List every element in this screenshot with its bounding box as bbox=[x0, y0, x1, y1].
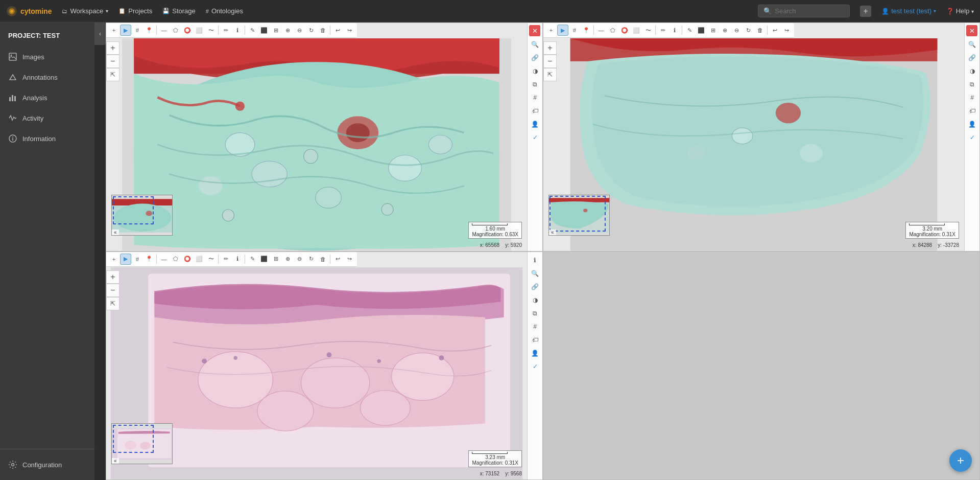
sp-link-1[interactable]: 🔗 bbox=[529, 52, 541, 64]
orient-2[interactable]: ⇱ bbox=[543, 68, 557, 81]
close-viewer-1[interactable]: ✕ bbox=[529, 25, 540, 36]
minimap-toggle-2[interactable]: « bbox=[549, 230, 556, 235]
tb-info-3[interactable]: ℹ bbox=[232, 254, 243, 265]
tb-rect-1[interactable]: ⬜ bbox=[194, 25, 205, 36]
tb-hash-1[interactable]: # bbox=[132, 25, 143, 36]
tb-trash-3[interactable]: 🗑 bbox=[317, 254, 328, 265]
tb-addpt-2[interactable]: ⊕ bbox=[719, 25, 730, 36]
tb-rotate-2[interactable]: ↻ bbox=[743, 25, 754, 36]
sp-user-2[interactable]: 👤 bbox=[966, 118, 978, 130]
tb-trash-1[interactable]: 🗑 bbox=[317, 25, 328, 36]
sidebar-toggle[interactable]: ‹ bbox=[94, 22, 106, 45]
tb-multi-3[interactable]: ⊞ bbox=[270, 254, 281, 265]
tb-select-1[interactable]: ▶ bbox=[120, 25, 131, 36]
tb-pencil-1[interactable]: ✎ bbox=[247, 25, 258, 36]
sp-search-1[interactable]: 🔍 bbox=[529, 38, 541, 51]
sp-user-1[interactable]: 👤 bbox=[529, 118, 541, 130]
plus-button[interactable]: + bbox=[860, 6, 871, 17]
zoom-out-3[interactable]: − bbox=[106, 284, 119, 297]
tb-select-3[interactable]: ▶ bbox=[120, 254, 131, 265]
tb-edit-1[interactable]: ✏ bbox=[220, 25, 231, 36]
zoom-out-2[interactable]: − bbox=[543, 55, 557, 68]
tb-free-2[interactable]: 〜 bbox=[642, 25, 654, 36]
sidebar-item-information[interactable]: Information bbox=[0, 128, 94, 149]
tb-polygon-1[interactable]: ⬠ bbox=[170, 25, 181, 36]
tb-rotate-3[interactable]: ↻ bbox=[305, 254, 317, 265]
tb-multi-1[interactable]: ⊞ bbox=[270, 25, 281, 36]
tb-free-1[interactable]: 〜 bbox=[205, 25, 217, 36]
sp-contrast-2[interactable]: ◑ bbox=[966, 65, 978, 77]
tb-minus-1[interactable]: — bbox=[158, 25, 170, 36]
nav-ontologies[interactable]: # Ontologies bbox=[206, 7, 243, 15]
tb-undo-1[interactable]: ↩ bbox=[332, 25, 343, 36]
tb-info-1[interactable]: ℹ bbox=[232, 25, 243, 36]
tb-plus-2[interactable]: + bbox=[545, 25, 557, 36]
tb-edit-3[interactable]: ✏ bbox=[220, 254, 231, 265]
orient-3[interactable]: ⇱ bbox=[106, 297, 119, 310]
sp-hash-3[interactable]: # bbox=[529, 321, 541, 333]
sp-search-2[interactable]: 🔍 bbox=[966, 38, 978, 51]
tb-hash-3[interactable]: # bbox=[132, 254, 143, 265]
tb-point-2[interactable]: 📍 bbox=[581, 25, 592, 36]
nav-workspace[interactable]: 🗂 Workspace ▾ bbox=[62, 7, 108, 15]
tb-fill-2[interactable]: ⬛ bbox=[696, 25, 707, 36]
tb-plus-3[interactable]: + bbox=[108, 254, 119, 265]
zoom-out-1[interactable]: − bbox=[106, 55, 119, 68]
sidebar-item-configuration[interactable]: Configuration bbox=[0, 454, 94, 475]
sp-tag-3[interactable]: 🏷 bbox=[529, 334, 541, 346]
sp-tag-1[interactable]: 🏷 bbox=[529, 105, 541, 117]
sp-search-3[interactable]: 🔍 bbox=[529, 267, 541, 280]
sp-info-3[interactable]: ℹ bbox=[529, 254, 541, 266]
sp-link-3[interactable]: 🔗 bbox=[529, 281, 541, 293]
tb-rmpt-2[interactable]: ⊖ bbox=[731, 25, 742, 36]
close-viewer-2[interactable]: ✕ bbox=[966, 25, 977, 36]
tb-polygon-2[interactable]: ⬠ bbox=[607, 25, 618, 36]
tb-undo-3[interactable]: ↩ bbox=[332, 254, 343, 265]
tb-hash-2[interactable]: # bbox=[569, 25, 580, 36]
sp-check-3[interactable]: ✓ bbox=[529, 360, 541, 373]
tb-redo-2[interactable]: ↪ bbox=[781, 25, 792, 36]
sp-tag-2[interactable]: 🏷 bbox=[966, 105, 978, 117]
tb-multi-2[interactable]: ⊞ bbox=[707, 25, 719, 36]
tb-redo-3[interactable]: ↪ bbox=[344, 254, 355, 265]
tb-undo-2[interactable]: ↩ bbox=[769, 25, 780, 36]
tb-select-2[interactable]: ▶ bbox=[557, 25, 568, 36]
search-input[interactable] bbox=[775, 7, 846, 15]
sp-hash-2[interactable]: # bbox=[966, 92, 978, 104]
help-menu[interactable]: ❓ Help ▾ bbox=[946, 7, 974, 15]
zoom-in-2[interactable]: + bbox=[543, 41, 557, 55]
tb-pencil-3[interactable]: ✎ bbox=[247, 254, 258, 265]
tb-redo-1[interactable]: ↪ bbox=[344, 25, 355, 36]
logo[interactable]: cytomine bbox=[6, 6, 52, 17]
sidebar-item-activity[interactable]: Activity bbox=[0, 108, 94, 128]
tb-rect-3[interactable]: ⬜ bbox=[194, 254, 205, 265]
zoom-in-1[interactable]: + bbox=[106, 41, 119, 55]
sp-hash-1[interactable]: # bbox=[529, 92, 541, 104]
tb-circle-1[interactable]: ⭕ bbox=[182, 25, 193, 36]
nav-storage[interactable]: 💾 Storage bbox=[162, 7, 196, 15]
sp-check-2[interactable]: ✓ bbox=[966, 131, 978, 144]
tb-info-2[interactable]: ℹ bbox=[669, 25, 680, 36]
sp-copy-1[interactable]: ⧉ bbox=[529, 78, 541, 90]
tb-free-3[interactable]: 〜 bbox=[205, 254, 217, 265]
sidebar-item-analysis[interactable]: Analysis bbox=[0, 87, 94, 108]
tb-rotate-1[interactable]: ↻ bbox=[305, 25, 317, 36]
tb-circle-3[interactable]: ⭕ bbox=[182, 254, 193, 265]
zoom-in-3[interactable]: + bbox=[106, 270, 119, 284]
tb-minus-2[interactable]: — bbox=[595, 25, 607, 36]
tb-trash-2[interactable]: 🗑 bbox=[754, 25, 766, 36]
tb-minus-3[interactable]: — bbox=[158, 254, 170, 265]
tb-point-3[interactable]: 📍 bbox=[144, 254, 155, 265]
tb-rmpt-1[interactable]: ⊖ bbox=[294, 25, 305, 36]
sp-user-3[interactable]: 👤 bbox=[529, 347, 541, 359]
tb-addpt-3[interactable]: ⊕ bbox=[282, 254, 293, 265]
sp-copy-2[interactable]: ⧉ bbox=[966, 78, 978, 90]
minimap-toggle-3[interactable]: « bbox=[112, 458, 119, 464]
tb-polygon-3[interactable]: ⬠ bbox=[170, 254, 181, 265]
tb-fill-1[interactable]: ⬛ bbox=[258, 25, 270, 36]
tb-point-1[interactable]: 📍 bbox=[144, 25, 155, 36]
fab-add-button[interactable]: + bbox=[949, 449, 972, 472]
sp-link-2[interactable]: 🔗 bbox=[966, 52, 978, 64]
tb-pencil-2[interactable]: ✎ bbox=[684, 25, 695, 36]
user-menu[interactable]: 👤 test test (test) ▾ bbox=[881, 7, 936, 15]
